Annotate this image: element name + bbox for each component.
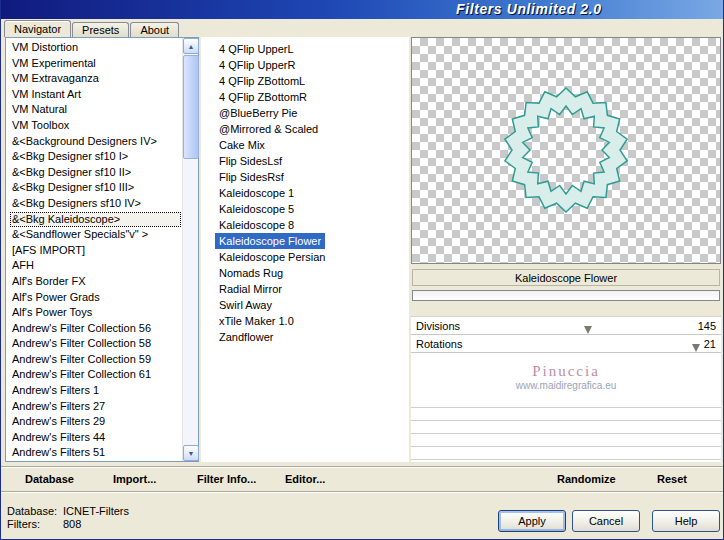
titlebar: Filters Unlimited 2.0	[1, 0, 723, 19]
empty-param-row	[411, 447, 721, 460]
filter-item[interactable]: 4 QFlip ZBottomR	[215, 89, 311, 105]
category-item[interactable]: VM Distortion	[10, 40, 181, 56]
filter-item[interactable]: 4 QFlip ZBottomL	[215, 73, 309, 89]
category-item[interactable]: Andrew's Filters 44	[10, 430, 181, 446]
param-value: 145	[693, 320, 716, 332]
param-row-divisions: Divisions145	[411, 317, 721, 335]
category-item[interactable]: Andrew's Filters 27	[10, 399, 181, 415]
database-status-label: Database:	[7, 505, 57, 517]
param-label: Divisions	[416, 320, 465, 332]
filter-item[interactable]: Kaleidoscope 5	[215, 201, 298, 217]
filter-item[interactable]: xTile Maker 1.0	[215, 313, 298, 329]
filter-item[interactable]: Kaleidoscope 1	[215, 185, 298, 201]
filter-item[interactable]: Flip SidesRsf	[215, 169, 288, 185]
filter-item[interactable]: Cake Mix	[215, 137, 269, 153]
category-item[interactable]: Andrew's Filters 1	[10, 383, 181, 399]
editor-button[interactable]: Editor...	[285, 473, 325, 485]
watermark-url: www.maidiregrafica.eu	[411, 380, 721, 391]
category-item[interactable]: Andrew's Filter Collection 61	[10, 367, 181, 383]
filters-unlimited-window: Filters Unlimited 2.0 NavigatorPresetsAb…	[0, 0, 724, 540]
filter-list: 4 QFlip UpperL4 QFlip UpperR4 QFlip ZBot…	[201, 37, 409, 462]
category-item[interactable]: &<Bkg Designer sf10 III>	[10, 180, 181, 196]
scroll-up-icon: ▲	[188, 43, 195, 50]
database-status-value: ICNET-Filters	[63, 505, 129, 517]
category-item[interactable]: VM Experimental	[10, 56, 181, 72]
category-item[interactable]: VM Extravaganza	[10, 71, 181, 87]
category-item[interactable]: &<Sandflower Specials"v" >	[10, 227, 181, 243]
toolbar: Database Import... Filter Info... Editor…	[1, 466, 723, 492]
empty-param-row	[411, 421, 721, 434]
category-item[interactable]: Andrew's Filters 51	[10, 445, 181, 460]
watermark: Pinuccia www.maidiregrafica.eu	[411, 353, 721, 395]
scroll-down-icon: ▼	[188, 450, 195, 457]
scroll-up-button[interactable]: ▲	[183, 38, 199, 54]
filters-count-value: 808	[63, 518, 81, 530]
category-item[interactable]: Andrew's Filter Collection 56	[10, 321, 181, 337]
filter-item[interactable]: Kaleidoscope 8	[215, 217, 298, 233]
filter-item[interactable]: Kaleidoscope Persian	[215, 249, 329, 265]
filter-info-button[interactable]: Filter Info...	[197, 473, 256, 485]
category-item[interactable]: AFH	[10, 258, 181, 274]
category-scrollbar[interactable]: ▲ ▼	[182, 38, 198, 461]
category-item[interactable]: VM Instant Art	[10, 87, 181, 103]
slider-thumb[interactable]	[692, 344, 700, 352]
cancel-button[interactable]: Cancel	[572, 510, 640, 532]
category-item[interactable]: Alf's Border FX	[10, 274, 181, 290]
randomize-button[interactable]: Randomize	[557, 473, 616, 485]
watermark-name: Pinuccia	[411, 363, 721, 380]
filter-item[interactable]: @Mirrored & Scaled	[215, 121, 322, 137]
category-item[interactable]: [AFS IMPORT]	[10, 243, 181, 259]
apply-button[interactable]: Apply	[498, 510, 566, 532]
parameters-panel: Divisions145Rotations21 Pinuccia www.mai…	[411, 316, 721, 462]
filters-count-label: Filters:	[7, 518, 40, 530]
empty-param-row	[411, 434, 721, 447]
scrollbar-thumb[interactable]	[183, 55, 199, 159]
empty-param-row	[411, 395, 721, 408]
filter-item[interactable]: 4 QFlip UpperR	[215, 57, 299, 73]
param-row-rotations: Rotations21	[411, 335, 721, 353]
window-title: Filters Unlimited 2.0	[456, 1, 602, 17]
category-item[interactable]: &<Bkg Designer sf10 I>	[10, 149, 181, 165]
slider-thumb[interactable]	[584, 326, 592, 334]
empty-param-row	[411, 408, 721, 421]
tab-presets[interactable]: Presets	[72, 22, 129, 37]
filter-item[interactable]: Swirl Away	[215, 297, 276, 313]
filter-item[interactable]: Nomads Rug	[215, 265, 287, 281]
category-item[interactable]: VM Toolbox	[10, 118, 181, 134]
category-item[interactable]: Alf's Power Grads	[10, 290, 181, 306]
category-item[interactable]: Andrew's Filter Collection 59	[10, 352, 181, 368]
selected-filter-name: Kaleidoscope Flower	[412, 269, 720, 286]
category-item[interactable]: Alf's Power Toys	[10, 305, 181, 321]
filter-item[interactable]: 4 QFlip UpperL	[215, 41, 298, 57]
category-item[interactable]: Andrew's Filters 29	[10, 414, 181, 430]
param-label: Rotations	[416, 338, 467, 350]
category-item[interactable]: Andrew's Filter Collection 58	[10, 336, 181, 352]
import-button[interactable]: Import...	[113, 473, 156, 485]
progress-bar	[412, 290, 720, 301]
reset-button[interactable]: Reset	[657, 473, 687, 485]
filter-item[interactable]: @BlueBerry Pie	[215, 105, 301, 121]
category-item[interactable]: &<Bkg Kaleidoscope>	[10, 212, 181, 228]
kaleidoscope-flower-shape	[412, 38, 720, 263]
filter-item[interactable]: Radial Mirror	[215, 281, 286, 297]
filter-item[interactable]: Flip SidesLsf	[215, 153, 286, 169]
help-button[interactable]: Help	[652, 510, 720, 532]
category-item[interactable]: &<Bkg Designer sf10 II>	[10, 165, 181, 181]
scroll-down-button[interactable]: ▼	[183, 445, 199, 461]
category-item[interactable]: VM Natural	[10, 102, 181, 118]
preview-pane	[411, 37, 721, 264]
filter-item[interactable]: Kaleidoscope Flower	[215, 233, 325, 249]
param-value: 21	[699, 338, 716, 350]
category-list-panel: VM DistortionVM ExperimentalVM Extravaga…	[5, 37, 199, 462]
tab-about[interactable]: About	[130, 22, 179, 37]
tabstrip: NavigatorPresetsAbout	[4, 20, 180, 37]
filter-item[interactable]: Zandflower	[215, 329, 277, 345]
category-item[interactable]: &<Bkg Designers sf10 IV>	[10, 196, 181, 212]
database-button[interactable]: Database	[25, 473, 74, 485]
category-list: VM DistortionVM ExperimentalVM Extravaga…	[7, 39, 181, 460]
tab-navigator[interactable]: Navigator	[4, 20, 71, 37]
category-item[interactable]: &<Background Designers IV>	[10, 134, 181, 150]
